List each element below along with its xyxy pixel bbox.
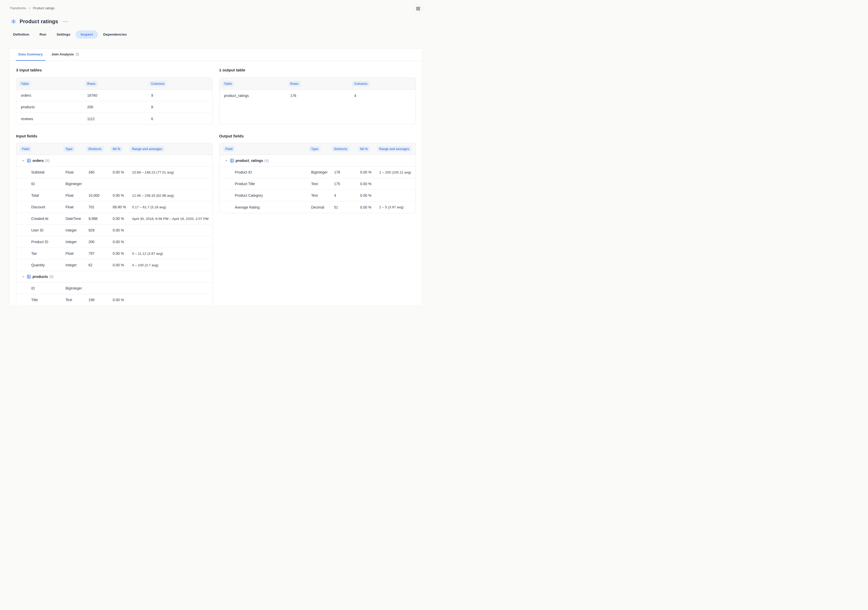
- field-group-row-products[interactable]: products (8): [16, 271, 212, 283]
- table-header-row: Table Rows Columns: [219, 78, 416, 90]
- table-row: product_ratings1764: [219, 90, 416, 101]
- chevron-down-icon: [22, 276, 25, 278]
- more-options-button[interactable]: [63, 20, 68, 23]
- inspect-subtabs: Data Summary Join Analysis: [9, 48, 422, 61]
- column-header-rows: Rows: [288, 81, 301, 87]
- grid-icon: [416, 6, 420, 11]
- tab-inspect[interactable]: Inspect: [76, 30, 98, 39]
- tab-data-summary[interactable]: Data Summary: [16, 48, 45, 61]
- field-row: Created AtDateTime9,9980.00 %April 30, 2…: [16, 213, 212, 224]
- tab-settings[interactable]: Settings: [51, 30, 76, 39]
- field-row: SubtotalFloat3400.00 %15.69 – 148.23 (77…: [16, 167, 212, 178]
- column-header-distincts: Distincts: [87, 146, 104, 152]
- field-group-row-orders[interactable]: orders (9): [16, 155, 212, 167]
- table-row: orders187609: [16, 90, 212, 101]
- clock-icon: [76, 53, 79, 56]
- ellipsis-icon: [63, 21, 68, 23]
- field-row: Average RatingDecimal510.00 %2 – 5 (3.97…: [219, 201, 416, 213]
- field-row: Product IDBigInteger1760.00 %1 – 200 (10…: [219, 167, 416, 178]
- column-header-field: Field: [20, 146, 31, 152]
- column-header-columns: Columns: [352, 81, 369, 87]
- input-fields-table: Field Type Distincts Nil % Range and ave…: [16, 143, 213, 305]
- tab-definition[interactable]: Definition: [8, 30, 34, 39]
- table-icon: [27, 159, 31, 163]
- column-header-range: Range and averages: [377, 146, 412, 152]
- chevron-down-icon: [225, 159, 228, 162]
- field-group-row-product-ratings[interactable]: product_ratings (4): [219, 155, 416, 167]
- input-tables-heading: 3 input tables: [16, 68, 213, 73]
- column-header-range: Range and averages: [130, 146, 164, 152]
- table-header-row: Table Rows Columns: [16, 78, 212, 90]
- field-row: Product CategoryText40.00 %: [219, 190, 416, 201]
- table-row: products2008: [16, 101, 212, 113]
- fields-header-row: Field Type Distincts Nil % Range and ave…: [16, 143, 212, 155]
- field-row: IDBigInteger: [16, 178, 212, 190]
- apps-grid-button[interactable]: [413, 4, 423, 13]
- tab-dependencies[interactable]: Dependencies: [98, 30, 132, 39]
- column-header-table: Table: [222, 81, 234, 87]
- output-table-table: Table Rows Columns product_ratings1764: [219, 77, 416, 124]
- column-header-rows: Rows: [85, 81, 98, 87]
- column-header-table: Table: [19, 81, 31, 87]
- field-row: User IDInteger9290.00 %: [16, 224, 212, 236]
- output-fields-table: Field Type Distincts Nil % Range and ave…: [219, 143, 416, 213]
- column-header-nil: Nil %: [358, 146, 370, 152]
- fields-header-row: Field Type Distincts Nil % Range and ave…: [219, 143, 416, 155]
- transform-tabs: Definition Run Settings Inspect Dependen…: [8, 30, 132, 39]
- column-header-field: Field: [223, 146, 235, 152]
- tab-run[interactable]: Run: [34, 30, 51, 39]
- table-icon: [230, 159, 234, 163]
- table-row: reviews11126: [16, 113, 212, 124]
- column-header-distincts: Distincts: [332, 146, 349, 152]
- field-row: DiscountFloat70189.80 %0.17 – 61.7 (5.16…: [16, 201, 212, 213]
- field-row: QuantityInteger620.00 %0 – 100 (3.7 avg): [16, 259, 212, 271]
- inspect-panel: Data Summary Join Analysis 3 input table…: [9, 48, 423, 305]
- page-title: Product ratings: [20, 19, 58, 25]
- field-row: TotalFloat10,0000.00 %12.06 – 238.33 (82…: [16, 190, 212, 201]
- chevron-right-icon: [28, 7, 31, 9]
- field-row: Product TitleText1750.00 %: [219, 178, 416, 190]
- column-header-columns: Columns: [149, 81, 166, 87]
- tab-join-analysis[interactable]: Join Analysis: [49, 48, 82, 61]
- input-fields-heading: Input fields: [16, 133, 213, 139]
- breadcrumb-transforms[interactable]: Transforms: [10, 6, 26, 10]
- table-icon: [27, 275, 31, 279]
- field-row: IDBigInteger: [16, 283, 212, 294]
- column-header-nil: Nil %: [111, 146, 122, 152]
- field-row: TitleText1990.00 %: [16, 294, 212, 305]
- breadcrumb: Transforms Product ratings: [10, 6, 55, 10]
- field-row: Product IDInteger2000.00 %: [16, 236, 212, 248]
- field-row: TaxFloat7970.00 %0 – 11.12 (3.87 avg): [16, 248, 212, 259]
- output-table-heading: 1 output table: [219, 68, 416, 73]
- input-tables-table: Table Rows Columns orders187609 products…: [16, 77, 213, 124]
- output-fields-heading: Output fields: [219, 133, 416, 139]
- chevron-down-icon: [22, 159, 25, 162]
- transform-asterisk-icon: [11, 19, 16, 24]
- breadcrumb-current: Product ratings: [33, 6, 55, 10]
- column-header-type: Type: [309, 146, 320, 152]
- column-header-type: Type: [64, 146, 74, 152]
